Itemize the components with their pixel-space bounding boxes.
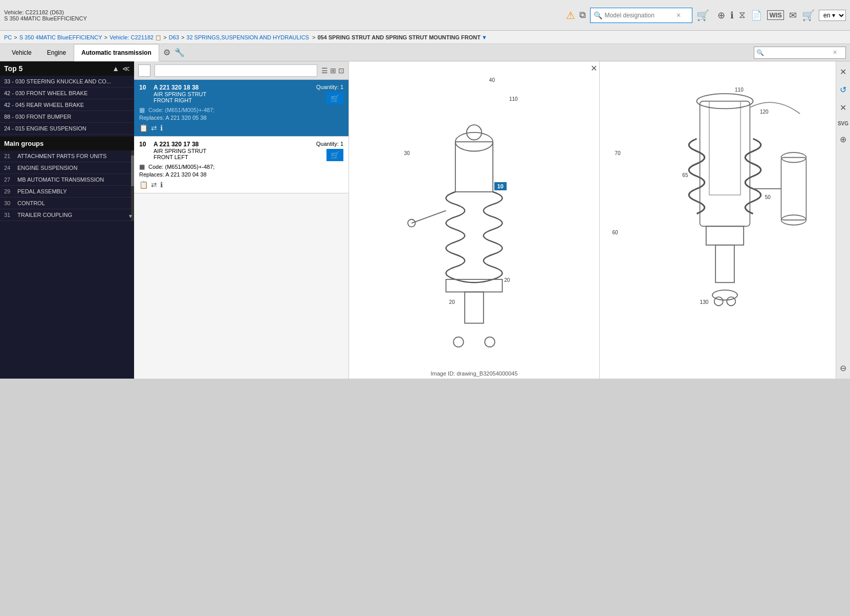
sidebar-top5-header: Top 5 ▲ ≪ <box>0 61 134 76</box>
part-1-info-icon[interactable]: ℹ <box>160 181 163 189</box>
svg-icon[interactable]: SVG <box>836 119 850 128</box>
diagram-area: 40 110 30 10 20 20 Image ID: drawing_B32… <box>349 61 850 379</box>
diagram-left-image: 40 110 30 10 20 20 <box>349 61 599 379</box>
part-0-replaces: Replaces: A 221 320 05 38 <box>139 115 343 121</box>
parts-list-checkbox[interactable] <box>138 64 150 77</box>
svg-rect-1 <box>455 142 493 192</box>
sidebar-item-4[interactable]: 24 - 015 ENGINE SUSPENSION <box>0 123 134 135</box>
label-120: 120 <box>760 109 769 115</box>
toolbar-icons: ⊕ ℹ ⧖ 📄 WIS ✉ 🛒 <box>717 9 815 21</box>
part-item-1[interactable]: 10 A 221 320 17 38 AIR SPRING STRUT FRON… <box>134 137 348 193</box>
part-1-swap-icon[interactable]: ⇄ <box>151 181 157 189</box>
sidebar-item-1[interactable]: 42 - 030 FRONT WHEEL BRAKE <box>0 87 134 99</box>
cart-icon-1: 🛒 <box>331 151 339 159</box>
header: Vehicle: C221182 (D63) S 350 4MATIC Blue… <box>0 0 850 31</box>
vehicle-info: Vehicle: C221182 (D63) S 350 4MATIC Blue… <box>4 9 87 21</box>
breadcrumb-dropdown[interactable]: ▼ <box>482 34 487 40</box>
breadcrumb-pc[interactable]: PC <box>4 34 12 40</box>
part-0-swap-icon[interactable]: ⇄ <box>151 124 157 132</box>
sidebar-group-31[interactable]: 31 TRAILER COUPLING <box>0 209 134 221</box>
part-1-cart-button[interactable]: 🛒 <box>326 149 343 161</box>
tab-vehicle[interactable]: Vehicle <box>4 44 39 61</box>
sidebar-scrollbar-thumb <box>131 156 134 186</box>
sidebar-collapse-up[interactable]: ▲ <box>112 64 119 73</box>
breadcrumb-32[interactable]: 32 SPRINGS,SUSPENSION AND HYDRAULICS <box>186 34 309 40</box>
doc-icon[interactable]: 📄 <box>751 10 762 21</box>
vehicle-line1: Vehicle: C221182 (D63) <box>4 9 87 15</box>
grid-view-icon[interactable]: ⊞ <box>330 67 336 75</box>
header-search-box[interactable]: 🔍 ✕ <box>590 8 692 23</box>
info-icon[interactable]: ℹ <box>730 10 734 21</box>
svg-rect-13 <box>715 245 734 282</box>
wis-icon[interactable]: WIS <box>767 10 784 20</box>
list-view-icon[interactable]: ☰ <box>321 67 328 75</box>
part-item-0[interactable]: 10 A 221 320 18 38 AIR SPRING STRUT FRON… <box>134 80 348 137</box>
top5-label: Top 5 <box>4 64 23 73</box>
cart-icon[interactable]: 🛒 <box>802 9 815 21</box>
sidebar-group-21[interactable]: 21 ATTACHMENT PARTS FOR UNITS <box>0 150 134 162</box>
part-1-doc-icon[interactable]: 📋 <box>139 181 148 189</box>
header-right: ⚠ ⧉ 🔍 ✕ 🛒 ⊕ ℹ ⧖ 📄 WIS ✉ 🛒 en ▾ de fr <box>566 8 846 23</box>
split-view-icon[interactable]: ⊡ <box>338 67 344 75</box>
rotate-icon[interactable]: ↺ <box>838 83 848 96</box>
label-110-left: 110 <box>509 96 518 102</box>
part-0-doc-icon[interactable]: 📋 <box>139 124 148 132</box>
sidebar-group-24[interactable]: 24 ENGINE SUSPENSION <box>0 162 134 174</box>
sidebar-scroll-down[interactable]: ▼ <box>128 213 134 219</box>
copy-icon[interactable]: ⧉ <box>579 10 586 20</box>
tab-automatic-transmission[interactable]: Automatic transmission <box>74 44 159 61</box>
settings-icon[interactable]: ⚙ <box>163 48 170 57</box>
part-1-code: ▦ Code: (M651/M005)+-487; <box>139 163 343 170</box>
label-40: 40 <box>489 77 495 83</box>
sidebar-scrollbar[interactable]: ▼ <box>131 150 134 221</box>
table-icon-0: ▦ <box>139 106 145 114</box>
part-1-right: Quantity: 1 🛒 <box>316 141 343 161</box>
svg-rect-12 <box>706 226 744 245</box>
parts-search-clear[interactable]: ✕ <box>833 49 837 56</box>
sidebar-item-3[interactable]: 88 - 030 FRONT BUMPER <box>0 111 134 123</box>
zoom-in-diagram[interactable]: ⊕ <box>838 133 848 146</box>
sidebar-group-29[interactable]: 29 PEDAL ASSEMBLY <box>0 186 134 197</box>
part-0-details: A 221 320 18 38 AIR SPRING STRUT FRONT R… <box>154 84 312 103</box>
cart-add-icon[interactable]: 🛒 <box>696 9 709 21</box>
sidebar-group-27[interactable]: 27 MB AUTOMATIC TRANSMISSION <box>0 174 134 186</box>
parts-list-search-input[interactable] <box>155 64 317 77</box>
zoom-out-diagram[interactable]: ⊖ <box>838 362 848 375</box>
parts-list-header: ☰ ⊞ ⊡ <box>134 61 348 80</box>
tab-engine[interactable]: Engine <box>39 44 74 61</box>
crosshair-icon[interactable]: ✕ <box>838 101 848 114</box>
breadcrumb-d63[interactable]: D63 <box>169 34 179 40</box>
zoom-in-icon[interactable]: ⊕ <box>717 10 725 21</box>
warning-icon[interactable]: ⚠ <box>566 9 575 21</box>
part-0-cart-button[interactable]: 🛒 <box>326 92 343 104</box>
sidebar-group-30[interactable]: 30 CONTROL <box>0 197 134 209</box>
mail-icon[interactable]: ✉ <box>789 10 797 21</box>
parts-search-input[interactable] <box>766 50 833 56</box>
sidebar-item-0[interactable]: 33 - 030 STEERING KNUCKLE AND CO... <box>0 76 134 87</box>
svg-rect-15 <box>781 158 807 220</box>
breadcrumb-054[interactable]: 054 SPRING STRUT AND SPRING STRUT MOUNTI… <box>317 34 481 40</box>
header-search-input[interactable] <box>604 12 676 19</box>
breadcrumb-vehicle[interactable]: Vehicle: C221182 📋 <box>110 34 161 40</box>
svg-point-19 <box>714 297 723 305</box>
filter-icon[interactable]: ⧖ <box>739 10 746 20</box>
svg-point-20 <box>727 297 735 305</box>
diagram-close-button[interactable]: ✕ <box>591 63 597 73</box>
lang-select[interactable]: en ▾ de fr <box>819 10 846 21</box>
header-search-clear[interactable]: ✕ <box>676 12 681 19</box>
svg-point-14 <box>712 290 737 300</box>
sidebar: Top 5 ▲ ≪ 33 - 030 STEERING KNUCKLE AND … <box>0 61 134 379</box>
close-diagram-icon[interactable]: ✕ <box>838 65 848 78</box>
label-20-a: 20 <box>504 277 510 283</box>
label-60: 60 <box>612 230 618 235</box>
sidebar-section-main-groups: Main groups <box>0 137 134 150</box>
svg-point-7 <box>453 337 464 347</box>
part-0-info-icon[interactable]: ℹ <box>160 124 163 132</box>
sidebar-item-2[interactable]: 42 - 045 REAR WHEEL BRAKE <box>0 99 134 111</box>
parts-search-icon: 🔍 <box>756 49 764 56</box>
sidebar-collapse-double[interactable]: ≪ <box>122 64 130 73</box>
parts-search-box[interactable]: 🔍 ✕ <box>754 47 846 59</box>
breadcrumb-model[interactable]: S 350 4MATIC BlueEFFICIENCY <box>19 34 102 40</box>
wrench-icon[interactable]: 🔧 <box>175 48 185 57</box>
tab-extra-icons: ⚙ 🔧 <box>163 48 185 57</box>
